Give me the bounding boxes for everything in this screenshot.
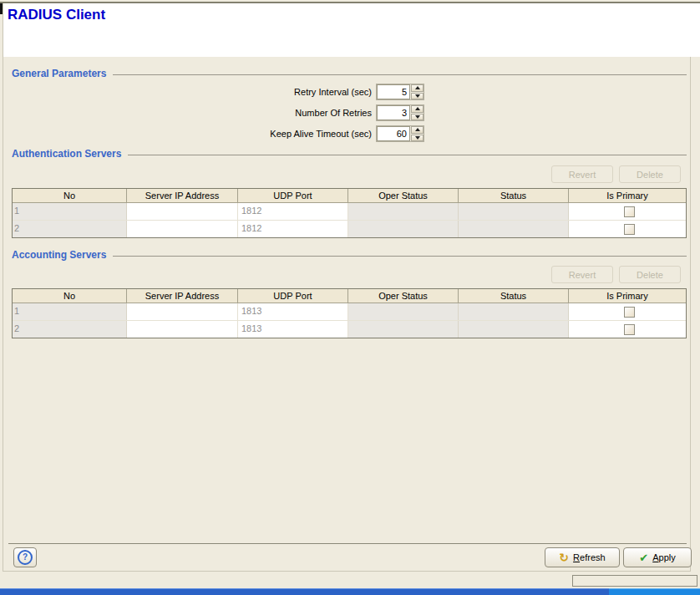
refresh-button-label: Refresh	[573, 552, 606, 562]
spin-up-button[interactable]	[411, 84, 424, 92]
number-of-retries-label: Number Of Retries	[12, 108, 376, 118]
status-bar-segment-right	[609, 588, 700, 595]
section-rule	[113, 74, 687, 75]
is-primary-cell	[569, 303, 686, 320]
keep-alive-timeout-spinner	[376, 125, 424, 142]
status-cell	[459, 321, 569, 338]
auth-revert-button[interactable]: Revert	[551, 165, 613, 183]
keep-alive-timeout-field[interactable]	[377, 126, 410, 141]
arrow-up-icon	[415, 128, 420, 131]
is-primary-checkbox[interactable]	[624, 307, 635, 318]
retry-interval-field[interactable]	[377, 84, 410, 99]
is-primary-checkbox[interactable]	[624, 324, 635, 335]
status-cell	[459, 303, 569, 320]
udp-port-cell[interactable]: 1812	[238, 203, 348, 220]
retry-interval-spinner	[376, 84, 424, 100]
is-primary-cell	[569, 321, 686, 338]
spin-down-button[interactable]	[411, 114, 424, 121]
status-bar-segment-left	[0, 588, 609, 595]
apply-button-label: Apply	[652, 552, 676, 562]
spin-down-button[interactable]	[411, 93, 424, 100]
col-header-oper-status: Oper Status	[348, 289, 459, 303]
section-general-parameters: General Parameters	[12, 68, 687, 79]
spin-down-button[interactable]	[411, 135, 424, 142]
main-panel: General Parameters Retry Interval (sec) …	[3, 57, 691, 572]
refresh-button[interactable]: ↻ Refresh	[545, 547, 620, 567]
no-cell: 2	[13, 221, 127, 237]
col-header-is-primary: Is Primary	[569, 189, 686, 203]
acct-delete-button[interactable]: Delete	[619, 266, 681, 283]
col-header-is-primary: Is Primary	[569, 289, 686, 303]
help-button[interactable]: ?	[13, 547, 37, 567]
col-header-udp-port: UDP Port	[238, 189, 348, 203]
arrow-down-icon	[415, 115, 420, 119]
col-header-status: Status	[459, 189, 569, 203]
table-row: 2 1812	[13, 220, 686, 237]
page-title: RADIUS Client	[8, 7, 105, 23]
col-header-no: No	[13, 189, 127, 203]
radius-client-screen: RADIUS Client General Parameters Retry I…	[0, 0, 700, 595]
oper-status-cell	[348, 321, 459, 338]
spin-up-button[interactable]	[411, 105, 424, 113]
refresh-icon: ↻	[559, 552, 569, 563]
table-row: 1 1813	[13, 303, 686, 320]
auth-delete-button[interactable]: Delete	[619, 165, 681, 183]
no-cell: 1	[13, 203, 127, 220]
col-header-udp-port: UDP Port	[238, 289, 348, 303]
col-header-status: Status	[459, 289, 569, 303]
page-header: RADIUS Client	[3, 3, 700, 57]
no-cell: 2	[13, 321, 127, 338]
status-cell	[459, 221, 569, 237]
apply-button[interactable]: ✔ Apply	[623, 547, 692, 567]
server-ip-cell[interactable]	[127, 321, 238, 338]
is-primary-checkbox[interactable]	[624, 224, 635, 235]
is-primary-cell	[569, 221, 686, 237]
table-row: 1 1812	[13, 203, 686, 220]
section-title: Accounting Servers	[12, 249, 106, 261]
acct-servers-table: No Server IP Address UDP Port Oper Statu…	[12, 288, 687, 338]
udp-port-cell[interactable]: 1813	[238, 321, 348, 338]
check-icon: ✔	[639, 552, 648, 563]
footer-divider	[8, 543, 687, 544]
server-ip-cell[interactable]	[127, 203, 238, 220]
col-header-no: No	[13, 289, 127, 303]
is-primary-checkbox[interactable]	[624, 206, 635, 217]
col-header-server-ip: Server IP Address	[127, 189, 238, 203]
bottom-status-bar	[0, 588, 700, 595]
arrow-down-icon	[415, 136, 420, 140]
keep-alive-timeout-label: Keep Alive Timeout (sec)	[12, 129, 376, 139]
help-icon: ?	[18, 550, 33, 565]
oper-status-cell	[348, 221, 459, 237]
number-of-retries-field[interactable]	[377, 105, 410, 120]
status-cell	[459, 203, 569, 220]
param-row-number-of-retries: Number Of Retries	[12, 104, 424, 121]
udp-port-cell[interactable]: 1813	[238, 303, 348, 320]
section-title: Authentication Servers	[12, 148, 121, 160]
table-header-row: No Server IP Address UDP Port Oper Statu…	[13, 189, 686, 203]
table-header-row: No Server IP Address UDP Port Oper Statu…	[13, 289, 686, 303]
udp-port-cell[interactable]: 1812	[238, 221, 348, 237]
section-rule	[128, 155, 687, 155]
server-ip-cell[interactable]	[127, 221, 238, 237]
col-header-server-ip: Server IP Address	[127, 289, 238, 303]
arrow-up-icon	[415, 107, 420, 110]
number-of-retries-spinner	[376, 104, 424, 121]
acct-revert-button[interactable]: Revert	[551, 266, 613, 283]
section-authentication-servers: Authentication Servers	[12, 148, 687, 160]
arrow-up-icon	[415, 86, 420, 89]
section-accounting-servers: Accounting Servers	[12, 249, 687, 261]
spin-up-button[interactable]	[411, 126, 424, 134]
param-row-retry-interval: Retry Interval (sec)	[12, 84, 424, 100]
oper-status-cell	[348, 203, 459, 220]
no-cell: 1	[13, 303, 127, 320]
server-ip-cell[interactable]	[127, 303, 238, 320]
oper-status-cell	[348, 303, 459, 320]
section-title: General Parameters	[12, 68, 106, 79]
col-header-oper-status: Oper Status	[348, 189, 459, 203]
table-row: 2 1813	[13, 320, 686, 338]
auth-servers-table: No Server IP Address UDP Port Oper Statu…	[12, 188, 687, 238]
is-primary-cell	[569, 203, 686, 220]
status-field	[572, 575, 697, 587]
param-row-keep-alive-timeout: Keep Alive Timeout (sec)	[12, 125, 424, 142]
section-rule	[113, 256, 687, 257]
